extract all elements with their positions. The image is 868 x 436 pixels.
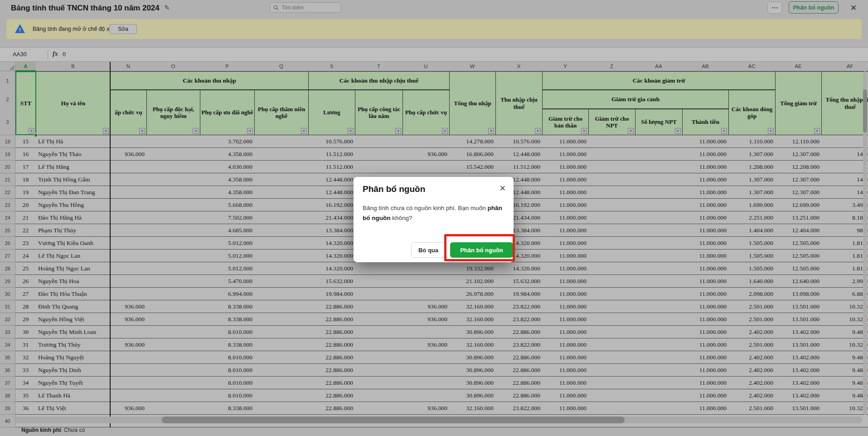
- cell[interactable]: [254, 288, 309, 300]
- filter-dropdown-icon[interactable]: ▼: [814, 128, 820, 134]
- row-header-22[interactable]: 22: [0, 186, 15, 199]
- cell[interactable]: 141.000: [821, 173, 868, 186]
- cell[interactable]: 12.699.000: [775, 199, 822, 211]
- cell[interactable]: [635, 262, 683, 275]
- cell[interactable]: 9.484.000: [821, 351, 868, 364]
- cell[interactable]: 15.542.000: [449, 161, 496, 173]
- cell[interactable]: 13.402.000: [775, 377, 822, 389]
- cell[interactable]: 11.000.000: [682, 186, 729, 199]
- header-seniority-allowance[interactable]: Phụ cấp thâm niên nghề: [254, 90, 309, 135]
- row-header-34[interactable]: 34: [0, 338, 15, 351]
- cell[interactable]: 1.307.000: [728, 173, 776, 186]
- cell[interactable]: 11.000.000: [682, 224, 729, 237]
- cell[interactable]: 24: [15, 250, 36, 262]
- cell[interactable]: [588, 402, 635, 415]
- cell[interactable]: 936.000: [110, 148, 147, 161]
- cell[interactable]: 12.448.000: [308, 186, 355, 199]
- cell[interactable]: [146, 326, 200, 338]
- cell[interactable]: [110, 199, 147, 211]
- cell[interactable]: [588, 351, 635, 364]
- column-header-W[interactable]: W: [449, 62, 496, 71]
- column-header-AC[interactable]: AC: [728, 62, 776, 71]
- cell[interactable]: 8.183.000: [821, 211, 868, 224]
- cell[interactable]: 2.501.000: [728, 402, 776, 415]
- cell[interactable]: [635, 313, 683, 326]
- cell[interactable]: [254, 402, 309, 415]
- header-name[interactable]: Họ và tên: [36, 71, 111, 135]
- cell[interactable]: 4.030.000: [200, 161, 255, 173]
- cell[interactable]: [402, 364, 450, 377]
- cell[interactable]: [254, 364, 309, 377]
- cell[interactable]: 12.448.000: [495, 148, 543, 161]
- cell[interactable]: 2.402.000: [728, 364, 776, 377]
- cell[interactable]: 5.012.000: [200, 250, 255, 262]
- cell[interactable]: [635, 351, 683, 364]
- cell[interactable]: Trịnh Thị Hồng Gấm: [36, 173, 111, 186]
- cell[interactable]: 22.886.000: [495, 351, 543, 364]
- cell[interactable]: 11.000.000: [682, 402, 729, 415]
- cell[interactable]: [146, 402, 200, 415]
- cell[interactable]: 19.984.000: [308, 288, 355, 300]
- cell[interactable]: [146, 377, 200, 389]
- cell[interactable]: 1.208.000: [728, 161, 776, 173]
- cell[interactable]: [588, 364, 635, 377]
- cell[interactable]: 936.000: [110, 402, 147, 415]
- cell[interactable]: [355, 364, 403, 377]
- cell[interactable]: 11.000.000: [542, 250, 589, 262]
- cell[interactable]: [588, 288, 635, 300]
- cell[interactable]: 2.402.000: [728, 389, 776, 402]
- cell[interactable]: 1.699.000: [728, 199, 776, 211]
- row-header-36[interactable]: 36: [0, 364, 15, 377]
- cell[interactable]: Nguyễn Thị Minh Loan: [36, 326, 111, 338]
- cell[interactable]: [146, 250, 200, 262]
- cell[interactable]: 3.493.000: [821, 199, 868, 211]
- cell[interactable]: 2.402.000: [728, 326, 776, 338]
- cell[interactable]: 21.434.000: [308, 211, 355, 224]
- cell[interactable]: 2.501.000: [728, 338, 776, 351]
- cell[interactable]: [110, 186, 147, 199]
- cell[interactable]: 10.321.000: [821, 313, 868, 326]
- row-header-27[interactable]: 27: [0, 250, 15, 262]
- cell[interactable]: [146, 161, 200, 173]
- cell[interactable]: 22.886.000: [308, 402, 355, 415]
- cell[interactable]: 35: [15, 389, 36, 402]
- cell[interactable]: [254, 173, 309, 186]
- cell[interactable]: Nguyễn Thị Thảo: [36, 148, 111, 161]
- cell[interactable]: 11.512.000: [495, 161, 543, 173]
- cell[interactable]: 11.000.000: [682, 275, 729, 288]
- cell[interactable]: 14.278.000: [449, 135, 496, 148]
- cell[interactable]: 5.012.000: [200, 237, 255, 250]
- filter-dropdown-icon[interactable]: ▼: [581, 128, 587, 134]
- cell[interactable]: [146, 211, 200, 224]
- cell[interactable]: [635, 300, 683, 313]
- cell[interactable]: [635, 224, 683, 237]
- cell[interactable]: [402, 351, 450, 364]
- cell[interactable]: 16.806.000: [449, 148, 496, 161]
- filter-dropdown-icon[interactable]: ▼: [675, 128, 681, 134]
- cell[interactable]: [635, 237, 683, 250]
- header-group-income[interactable]: Các khoản thu nhập: [110, 71, 309, 90]
- cell[interactable]: Phạm Thị Thủy: [36, 224, 111, 237]
- cell[interactable]: 11.000.000: [542, 237, 589, 250]
- cell[interactable]: [254, 199, 309, 211]
- cell[interactable]: 1.404.000: [728, 224, 776, 237]
- header-total-deduction[interactable]: Tổng giảm trừ: [775, 71, 822, 135]
- cell[interactable]: 1.307.000: [728, 186, 776, 199]
- cell[interactable]: 11.000.000: [542, 351, 589, 364]
- cell[interactable]: [254, 262, 309, 275]
- cell[interactable]: 11.000.000: [542, 338, 589, 351]
- cell[interactable]: 1.640.000: [728, 275, 776, 288]
- filter-dropdown-icon[interactable]: ▼: [721, 128, 727, 134]
- cell[interactable]: 11.000.000: [542, 148, 589, 161]
- cell[interactable]: 12.505.000: [775, 237, 822, 250]
- cell[interactable]: [355, 338, 403, 351]
- cell[interactable]: Nguyễn Thị Đan Trang: [36, 186, 111, 199]
- cell[interactable]: [110, 351, 147, 364]
- cell[interactable]: 15.632.000: [308, 275, 355, 288]
- cell[interactable]: [355, 275, 403, 288]
- cell[interactable]: 11.000.000: [682, 377, 729, 389]
- cell[interactable]: [402, 135, 450, 148]
- cell[interactable]: Nguyễn Thu Hồng: [36, 199, 111, 211]
- cell[interactable]: 11.000.000: [542, 389, 589, 402]
- cell[interactable]: [146, 338, 200, 351]
